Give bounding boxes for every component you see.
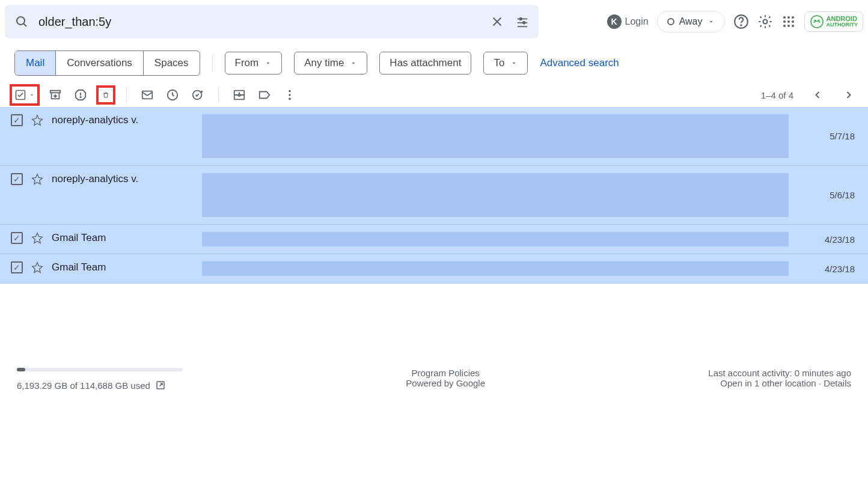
clear-search-icon[interactable] [491,15,504,28]
email-date: 4/23/18 [789,234,868,245]
search-options-icon[interactable] [516,15,529,28]
storage-text: 6,193.29 GB of 114,688 GB used [17,380,150,391]
svg-point-5 [519,18,522,20]
filter-from[interactable]: From [225,52,283,75]
email-row[interactable]: Gmail Team 4/23/18 [0,225,868,254]
divider [126,88,127,102]
apps-grid-icon[interactable] [781,14,796,29]
snooze-icon[interactable] [165,88,180,102]
login-chip[interactable]: K Login [607,14,649,29]
svg-point-12 [783,16,786,19]
search-icon[interactable] [14,14,29,29]
archive-icon[interactable] [48,88,63,102]
email-sender: Gmail Team [52,261,106,273]
svg-rect-25 [50,91,61,93]
mark-unread-icon[interactable] [140,88,154,102]
page-count: 1–4 of 4 [761,90,793,100]
svg-point-11 [763,20,767,24]
divider [218,88,219,102]
footer-left: 6,193.29 GB of 114,688 GB used [17,368,183,391]
move-to-icon[interactable] [232,88,246,102]
prev-page-icon[interactable] [810,88,825,102]
chevron-down-icon [708,18,715,25]
footer: 6,193.29 GB of 114,688 GB used Program P… [0,356,868,403]
away-status-button[interactable]: Away [657,11,725,32]
next-page-icon[interactable] [842,88,856,102]
star-icon[interactable] [31,232,43,244]
filter-has-attachment[interactable]: Has attachment [379,52,471,75]
chevron-down-icon [510,59,518,67]
view-segmented-control: Mail Conversations Spaces [14,50,200,76]
email-sender: noreply-analytics v. [52,114,138,126]
filter-row: Mail Conversations Spaces From Any time … [0,43,868,83]
footer-right: Last account activity: 0 minutes ago Ope… [708,368,851,388]
row-checkbox[interactable] [11,261,23,273]
email-content-redacted [202,232,789,246]
email-date: 4/23/18 [789,264,868,274]
email-content-redacted [202,261,789,276]
svg-point-10 [741,25,741,25]
svg-point-35 [289,94,291,96]
settings-gear-icon[interactable] [757,14,773,29]
android-robot-icon [810,14,824,29]
svg-line-1 [23,23,26,26]
svg-point-15 [783,20,786,23]
footer-center: Program Policies Powered by Google [406,368,485,388]
tab-spaces[interactable]: Spaces [144,51,200,75]
more-menu-icon[interactable] [283,88,297,102]
header-bar: K Login Away ANDROID AUTHORITY [0,0,868,43]
svg-point-23 [818,20,819,21]
star-icon[interactable] [31,173,43,185]
email-list: noreply-analytics v. 5/7/18 noreply-anal… [0,107,868,284]
chevron-down-icon [264,59,272,67]
row-checkbox[interactable] [11,173,23,185]
tab-mail[interactable]: Mail [15,51,56,75]
report-spam-icon[interactable] [73,88,88,102]
filter-anytime[interactable]: Any time [294,52,367,75]
search-box [5,5,539,38]
row-checkbox[interactable] [11,232,23,244]
storage-bar [17,368,183,371]
open-location-link[interactable]: Open in 1 other location [720,378,816,388]
storage-fill [17,368,25,371]
tab-conversations[interactable]: Conversations [56,51,144,75]
action-toolbar: 1–4 of 4 [0,83,868,107]
star-icon[interactable] [31,261,43,273]
row-checkbox[interactable] [11,114,23,126]
details-link[interactable]: Details [824,378,851,388]
chevron-down-icon [350,59,357,67]
svg-point-0 [17,17,25,25]
svg-point-7 [523,22,525,24]
program-policies-link[interactable]: Program Policies [411,368,479,378]
star-icon[interactable] [31,114,43,126]
powered-by-text: Powered by Google [406,378,485,388]
email-row[interactable]: noreply-analytics v. 5/6/18 [0,166,868,225]
email-content-redacted [202,173,789,217]
header-right: K Login Away ANDROID AUTHORITY [607,11,864,32]
search-input[interactable] [38,15,491,29]
svg-point-21 [811,16,823,28]
advanced-search-link[interactable]: Advanced search [540,57,619,69]
chevron-down-icon [29,92,35,98]
help-icon[interactable] [733,14,749,29]
k-logo-icon: K [607,14,622,29]
divider [212,55,213,72]
filter-to[interactable]: To [483,52,528,75]
label-icon[interactable] [257,88,272,102]
svg-point-16 [787,20,790,23]
email-sender: Gmail Team [52,232,106,244]
svg-point-19 [787,25,790,27]
svg-point-22 [815,20,816,21]
svg-point-17 [792,20,794,23]
email-row[interactable]: Gmail Team 4/23/18 [0,254,868,284]
svg-point-34 [289,90,291,93]
svg-point-14 [792,16,794,19]
open-external-icon[interactable] [155,380,166,391]
add-to-tasks-icon[interactable] [191,88,205,102]
filter-anytime-label: Any time [304,57,344,69]
email-content-redacted [202,114,789,158]
email-row[interactable]: noreply-analytics v. 5/7/18 [0,107,868,166]
select-all-checkbox[interactable] [12,87,37,103]
logo-text-bottom: AUTHORITY [827,22,858,28]
delete-icon[interactable] [99,88,113,102]
